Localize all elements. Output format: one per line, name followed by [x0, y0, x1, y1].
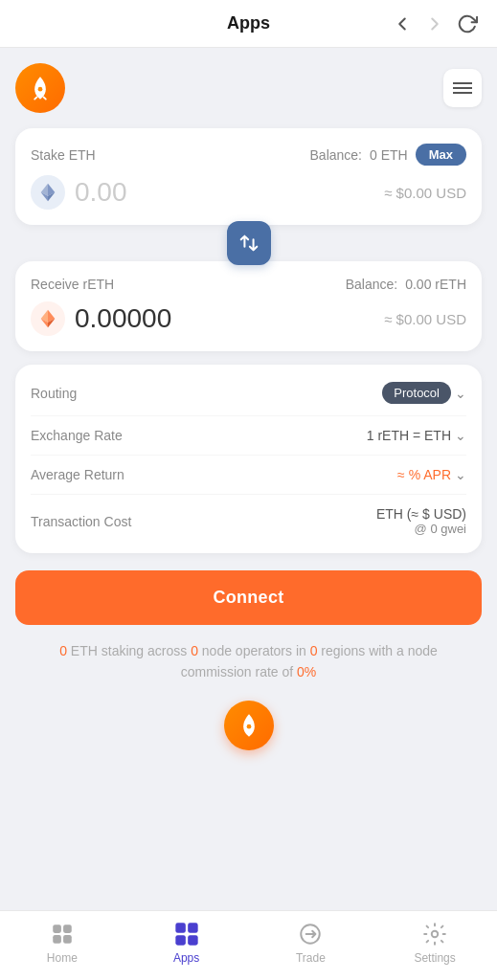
routing-row[interactable]: Routing Protocol ⌄: [31, 370, 466, 416]
svg-rect-15: [53, 935, 61, 944]
settings-label: Settings: [414, 951, 455, 965]
stats-commission: 0%: [297, 664, 316, 679]
svg-rect-19: [175, 935, 186, 946]
refresh-icon[interactable]: [457, 13, 478, 34]
home-label: Home: [47, 951, 78, 965]
svg-rect-18: [188, 923, 198, 933]
svg-marker-8: [48, 310, 55, 323]
reth-icon: [31, 301, 65, 336]
transaction-cost-label: Transaction Cost: [31, 514, 131, 529]
trade-label: Trade: [296, 951, 326, 965]
stake-usd-value: ≈ $0.00 USD: [384, 185, 466, 201]
reth-symbol: [37, 308, 58, 329]
floating-logo-area: [15, 701, 482, 750]
receive-balance-row: Balance: 0.00 rETH: [346, 277, 466, 292]
routing-chevron: ⌄: [455, 386, 466, 401]
stake-token-left: 0.00: [31, 175, 127, 210]
trade-icon: [297, 921, 324, 947]
routing-value: Protocol ⌄: [382, 382, 466, 404]
transaction-cost-line2: @ 0 gwei: [376, 522, 466, 536]
svg-rect-13: [53, 924, 61, 933]
menu-icon: [453, 81, 472, 95]
nav-item-settings[interactable]: Settings: [373, 921, 497, 965]
receive-token-left: 0.00000: [31, 301, 171, 336]
stats-eth-count: 0: [59, 643, 67, 658]
exchange-chevron: ⌄: [455, 428, 466, 443]
cards-wrapper: Stake ETH Balance: 0 ETH Max: [15, 128, 482, 351]
menu-button[interactable]: [443, 69, 482, 107]
floating-logo: [224, 701, 274, 750]
svg-point-0: [38, 87, 43, 92]
stats-part2: ETH staking across: [67, 643, 191, 658]
transaction-cost-row: Transaction Cost ETH (≈ $ USD) @ 0 gwei: [31, 495, 466, 547]
home-icon: [49, 921, 76, 947]
exchange-rate-text: 1 rETH = ETH: [367, 428, 451, 443]
browser-controls: [392, 13, 478, 34]
stake-balance-amount: 0 ETH: [370, 147, 408, 163]
svg-marker-5: [41, 184, 48, 196]
app-header: [15, 63, 482, 113]
swap-container: [15, 221, 482, 265]
swap-arrows-icon: [238, 233, 260, 254]
apr-chevron: ⌄: [455, 467, 466, 482]
balance-label: Balance:: [310, 147, 362, 163]
eth-symbol: [37, 182, 58, 203]
nav-item-home[interactable]: Home: [0, 921, 124, 965]
apps-icon: [173, 921, 200, 947]
stake-label-row: Stake ETH Balance: 0 ETH Max: [31, 144, 466, 166]
average-return-row[interactable]: Average Return ≈ % APR ⌄: [31, 456, 466, 495]
exchange-rate-row[interactable]: Exchange Rate 1 rETH = ETH ⌄: [31, 416, 466, 456]
transaction-cost-line1: ETH (≈ $ USD): [376, 506, 466, 522]
average-return-value: ≈ % APR ⌄: [397, 467, 466, 482]
connect-button[interactable]: Connect: [15, 570, 482, 625]
nav-item-apps[interactable]: Apps: [124, 921, 249, 965]
top-bar: Apps: [0, 0, 497, 48]
receive-balance-amount: 0.00 rETH: [405, 277, 466, 292]
svg-rect-14: [63, 924, 72, 933]
exchange-rate-value: 1 rETH = ETH ⌄: [367, 428, 466, 443]
svg-rect-20: [188, 935, 198, 946]
stake-amount[interactable]: 0.00: [75, 177, 127, 208]
apps-label: Apps: [173, 951, 199, 965]
floating-rocket-icon: [236, 712, 262, 739]
stake-card: Stake ETH Balance: 0 ETH Max: [15, 128, 482, 225]
bottom-nav: Home Apps Trade S: [0, 910, 497, 980]
stats-part4: node operators in: [198, 643, 310, 658]
svg-point-12: [246, 724, 251, 729]
stats-text: 0 ETH staking across 0 node operators in…: [15, 640, 482, 683]
apr-text: ≈ % APR: [397, 467, 451, 482]
nav-item-trade[interactable]: Trade: [249, 921, 373, 965]
forward-icon[interactable]: [424, 13, 445, 34]
stake-label: Stake ETH: [31, 147, 96, 163]
stake-input-row: 0.00 ≈ $0.00 USD: [31, 175, 466, 210]
receive-card: Receive rETH Balance: 0.00 rETH: [15, 261, 482, 351]
page-title: Apps: [227, 13, 270, 33]
svg-marker-9: [41, 310, 48, 323]
receive-input-row: 0.00000 ≈ $0.00 USD: [31, 301, 466, 336]
eth-icon: [31, 175, 65, 210]
stats-node-count: 0: [191, 643, 198, 658]
info-card: Routing Protocol ⌄ Exchange Rate 1 rETH …: [15, 365, 482, 553]
receive-label-row: Receive rETH Balance: 0.00 rETH: [31, 277, 466, 292]
settings-icon: [421, 921, 448, 947]
average-return-label: Average Return: [31, 467, 124, 482]
app-logo: [15, 63, 65, 113]
exchange-rate-label: Exchange Rate: [31, 428, 123, 443]
receive-label: Receive rETH: [31, 277, 114, 292]
receive-usd-value: ≈ $0.00 USD: [384, 311, 466, 327]
svg-rect-16: [63, 935, 72, 944]
routing-label: Routing: [31, 386, 77, 401]
svg-point-22: [432, 931, 439, 938]
receive-balance-label: Balance:: [346, 277, 397, 292]
protocol-badge: Protocol: [382, 382, 451, 404]
main-content: Stake ETH Balance: 0 ETH Max: [0, 48, 497, 827]
max-button[interactable]: Max: [416, 144, 466, 166]
receive-amount[interactable]: 0.00000: [75, 303, 171, 334]
rocket-icon: [27, 75, 54, 101]
back-icon[interactable]: [392, 13, 413, 34]
svg-rect-17: [175, 923, 186, 933]
transaction-cost-value: ETH (≈ $ USD) @ 0 gwei: [376, 506, 466, 536]
stake-balance-row: Balance: 0 ETH Max: [310, 144, 466, 166]
swap-button[interactable]: [227, 221, 271, 265]
svg-marker-4: [48, 184, 55, 196]
